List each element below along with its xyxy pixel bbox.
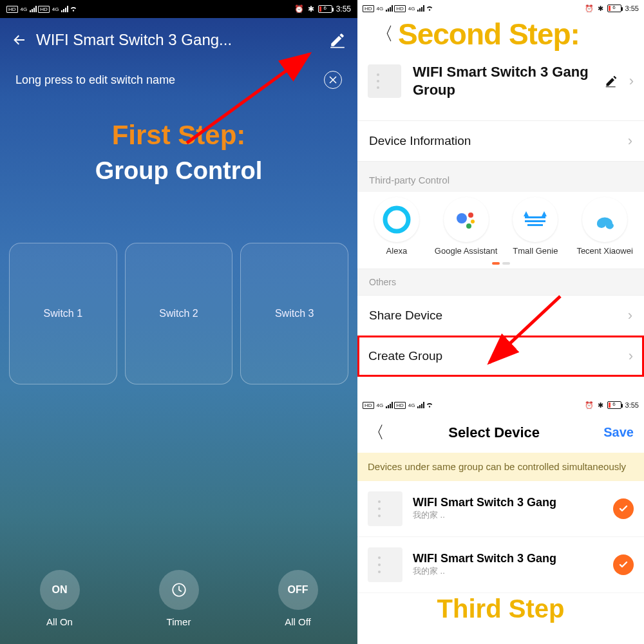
svg-rect-3 [605,86,615,87]
alarm-icon: ⏰ [585,401,594,410]
chevron-right-icon: › [629,348,633,365]
bottom-toolbar: ON All On Timer OFF All Off [0,570,357,627]
save-button[interactable]: Save [603,425,634,440]
third-party-header: Third-party Control [357,161,644,192]
share-device-row[interactable]: Share Device › [357,295,644,336]
page-title: Select Device [448,424,540,441]
status-bar: HD4G HD4G ⏰ ✱ 6 3:55 [0,0,357,18]
phone-left-panel: HD4G HD4G ⏰ ✱ 6 3:55 WIFI Smart Switch 3… [0,0,357,644]
status-bar: HD4G HD4G ⏰ ✱ 6 3:55 [357,395,644,415]
annotation-first-step: First Step: Group Control [0,120,357,185]
annotation-second-step: 〈 Second Step: [357,17,644,55]
wifi-icon [426,5,433,12]
hint-text: Long press to edit switch name [15,73,175,87]
close-icon [329,76,337,84]
third-party-alexa[interactable]: Alexa [364,197,430,256]
signal-icon [30,6,37,12]
alexa-icon [374,197,419,242]
wifi-icon [70,6,77,12]
check-icon[interactable] [613,498,634,519]
switch-card[interactable]: Switch 3 [240,243,348,384]
bluetooth-icon: ✱ [598,5,603,13]
alarm-icon: ⏰ [585,5,594,13]
app-bar: WIFI Smart Switch 3 Gang... [0,18,357,62]
all-on-button[interactable]: ON All On [40,570,80,627]
switch-cards-row: Switch 1 Switch 2 Switch 3 [0,243,357,384]
device-thumb-icon [368,491,402,526]
select-device-bar: 〈 Select Device Save [357,415,644,453]
svg-point-5 [457,213,467,223]
device-thumb-icon [368,64,401,98]
svg-point-4 [385,208,408,231]
create-group-row[interactable]: Create Group › [357,336,644,377]
alarm-icon: ⏰ [294,5,304,14]
status-bar: HD4G HD4G ⏰ ✱ 6 3:55 [357,0,644,17]
third-party-row: Alexa Google Assistant Tmall Genie Tecen… [357,192,644,262]
hint-row: Long press to edit switch name [0,62,357,98]
canvas: HD4G HD4G ⏰ ✱ 6 3:55 WIFI Smart Switch 3… [0,0,644,644]
switch-card[interactable]: Switch 1 [9,243,117,384]
status-time: 3:55 [625,401,639,409]
device-row[interactable]: WIFI Smart Switch 3 Gang 我的家 .. [357,481,644,537]
status-time: 3:55 [625,5,639,12]
edit-icon[interactable] [329,32,346,48]
pager-dots [357,262,644,269]
svg-rect-9 [525,216,545,218]
back-icon[interactable] [12,32,27,48]
bluetooth-icon: ✱ [598,401,603,410]
svg-rect-0 [330,47,345,48]
third-party-google[interactable]: Google Assistant [433,197,499,256]
page-title: WIFI Smart Switch 3 Gang... [36,31,320,49]
status-time: 3:55 [336,5,351,14]
all-off-button[interactable]: OFF All Off [278,570,318,627]
google-assistant-icon [444,197,489,242]
annotation-third-step: Third Step [357,593,644,623]
close-hint-button[interactable] [324,71,342,89]
chevron-right-icon: › [628,307,632,324]
clock-icon [171,582,187,598]
bluetooth-icon: ✱ [308,5,314,14]
edit-icon[interactable] [605,75,618,88]
wifi-icon [426,402,433,408]
info-banner: Devices under same group can be controll… [357,453,644,481]
battery-icon: 6 [607,5,621,12]
svg-rect-11 [527,224,543,226]
back-icon[interactable]: 〈 [375,22,393,46]
timer-button[interactable]: Timer [159,570,199,627]
svg-point-7 [471,220,475,223]
svg-point-8 [466,223,471,229]
device-header[interactable]: WIFI Smart Switch 3 Gang Group › [357,55,644,120]
third-party-tmall[interactable]: Tmall Genie [503,197,569,256]
others-header: Others [357,269,644,295]
device-thumb-icon [368,547,402,582]
signal-icon [61,6,68,12]
back-icon[interactable]: 〈 [368,421,384,444]
svg-rect-10 [525,220,545,222]
third-party-tencent[interactable]: Tecent Xiaowei [572,197,638,256]
battery-icon: 6 [607,401,621,409]
switch-card[interactable]: Switch 2 [125,243,233,384]
tmall-genie-icon [513,197,558,242]
chevron-right-icon: › [629,73,634,90]
device-information-row[interactable]: Device Information › [357,120,644,161]
check-icon[interactable] [613,554,634,575]
device-row[interactable]: WIFI Smart Switch 3 Gang 我的家 .. [357,537,644,593]
svg-point-6 [468,213,473,218]
phone-third-panel: HD4G HD4G ⏰ ✱ 6 3:55 〈 Select Device Sav… [357,395,644,623]
chevron-right-icon: › [628,133,632,149]
battery-icon: 6 [318,5,332,13]
tencent-xiaowei-icon [582,197,627,242]
